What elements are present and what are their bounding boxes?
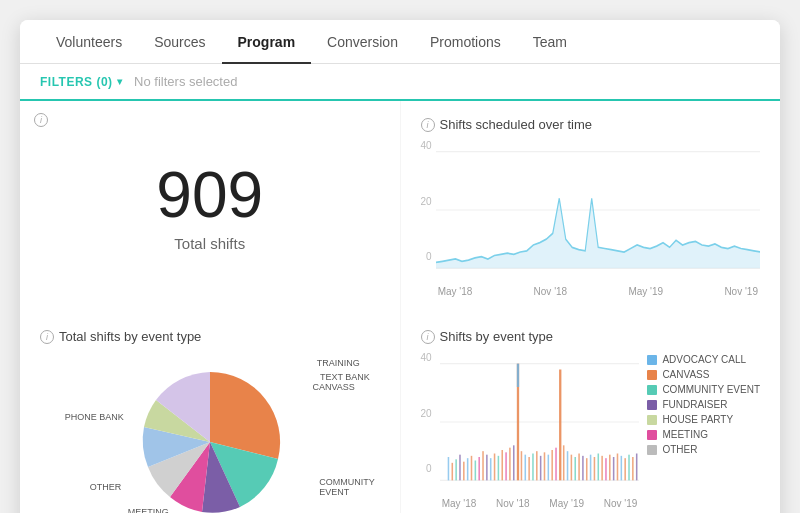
svg-rect-38 <box>566 451 568 480</box>
x-axis-labels-top: May '18 Nov '18 May '19 Nov '19 <box>436 286 760 297</box>
legend-dot-canvass <box>647 370 657 380</box>
svg-rect-10 <box>451 463 453 480</box>
svg-rect-56 <box>636 454 638 481</box>
legend-houseparty: HOUSE PARTY <box>647 414 760 425</box>
svg-rect-25 <box>509 448 511 481</box>
filters-button[interactable]: FILTERS (0) ▾ <box>40 75 122 89</box>
svg-rect-36 <box>555 448 557 481</box>
y-axis-20: 20 <box>421 196 432 207</box>
legend-dot-meeting <box>647 430 657 440</box>
svg-rect-48 <box>605 458 607 480</box>
legend-label-advocacy: ADVOCACY CALL <box>662 354 746 365</box>
tab-team[interactable]: Team <box>517 20 583 64</box>
main-window: Volunteers Sources Program Conversion Pr… <box>20 20 780 513</box>
pie-label-training: TRAINING <box>317 358 360 368</box>
line-chart-svg <box>436 140 760 280</box>
pie-label-textbank: TEXT BANK <box>320 372 370 382</box>
svg-rect-18 <box>482 451 484 480</box>
svg-rect-24 <box>505 452 507 480</box>
pie-svg <box>130 362 290 513</box>
y-axis-40: 40 <box>421 140 432 151</box>
svg-rect-51 <box>616 454 618 481</box>
svg-rect-11 <box>455 459 457 480</box>
pie-label-phonebank: PHONE BANK <box>65 412 124 422</box>
svg-rect-47 <box>601 456 603 480</box>
legend-community: COMMUNITY EVENT <box>647 384 760 395</box>
svg-rect-31 <box>536 451 538 480</box>
bar-x-axis-labels: May '18 Nov '18 May '19 Nov '19 <box>440 498 640 509</box>
tab-bar: Volunteers Sources Program Conversion Pr… <box>20 20 780 64</box>
svg-rect-53 <box>624 458 626 480</box>
svg-rect-21 <box>493 454 495 481</box>
tab-sources[interactable]: Sources <box>138 20 221 64</box>
legend-dot-community <box>647 385 657 395</box>
pie-label-meeting: MEETING <box>128 507 169 513</box>
pie-chart-card: i Total shifts by event type <box>20 313 400 513</box>
legend-label-other: OTHER <box>662 444 697 455</box>
svg-rect-39 <box>570 455 572 481</box>
legend-label-canvass: CANVASS <box>662 369 709 380</box>
x-label-may18: May '18 <box>438 286 473 297</box>
legend-dot-fundraiser <box>647 400 657 410</box>
shifts-over-time-title: i Shifts scheduled over time <box>421 117 761 132</box>
x-label-may19: May '19 <box>628 286 663 297</box>
svg-rect-55 <box>632 457 634 480</box>
pie-chart-title: i Total shifts by event type <box>40 329 380 344</box>
svg-rect-26 <box>513 445 515 480</box>
legend-meeting: MEETING <box>647 429 760 440</box>
filters-label: FILTERS (0) <box>40 75 113 89</box>
svg-rect-8 <box>559 370 561 481</box>
svg-rect-9 <box>447 457 449 480</box>
legend-label-houseparty: HOUSE PARTY <box>662 414 733 425</box>
bar-x-nov18: Nov '18 <box>496 498 530 509</box>
bar-chart-title: i Shifts by event type <box>421 329 761 344</box>
svg-rect-15 <box>470 456 472 480</box>
svg-rect-29 <box>528 457 530 480</box>
svg-rect-19 <box>486 455 488 481</box>
x-label-nov19: Nov '19 <box>724 286 758 297</box>
bar-x-may19: May '19 <box>549 498 584 509</box>
tab-program[interactable]: Program <box>222 20 312 64</box>
svg-rect-35 <box>551 450 553 480</box>
svg-rect-30 <box>532 454 534 481</box>
tab-volunteers[interactable]: Volunteers <box>40 20 138 64</box>
tab-promotions[interactable]: Promotions <box>414 20 517 64</box>
svg-rect-45 <box>593 457 595 480</box>
pie-label-canvass: CANVASS <box>312 382 354 392</box>
info-icon-total: i <box>34 113 48 127</box>
bar-chart-svg <box>440 352 640 492</box>
svg-rect-37 <box>563 445 565 480</box>
pie-label-other: OTHER <box>90 482 122 492</box>
info-icon-pie: i <box>40 330 54 344</box>
x-label-nov18: Nov '18 <box>534 286 568 297</box>
svg-rect-16 <box>474 461 476 481</box>
svg-rect-22 <box>497 456 499 480</box>
filters-bar: FILTERS (0) ▾ No filters selected <box>20 64 780 101</box>
svg-rect-40 <box>574 457 576 480</box>
legend-fundraiser: FUNDRAISER <box>647 399 760 410</box>
svg-rect-14 <box>467 458 469 480</box>
bar-y-20: 20 <box>421 408 432 419</box>
top-row: i 909 Total shifts i Shifts scheduled ov… <box>20 101 780 313</box>
chevron-down-icon: ▾ <box>117 76 123 87</box>
svg-rect-17 <box>478 457 480 480</box>
info-icon-bar: i <box>421 330 435 344</box>
legend-canvass: CANVASS <box>647 369 760 380</box>
tab-conversion[interactable]: Conversion <box>311 20 414 64</box>
svg-rect-52 <box>620 456 622 480</box>
info-icon-shifts: i <box>421 118 435 132</box>
svg-rect-46 <box>597 454 599 481</box>
shifts-over-time-card: i Shifts scheduled over time 40 20 0 <box>401 101 781 313</box>
svg-rect-49 <box>609 455 611 481</box>
no-filters-text: No filters selected <box>134 74 237 89</box>
svg-rect-27 <box>520 451 522 480</box>
svg-rect-12 <box>459 455 461 481</box>
svg-rect-43 <box>586 458 588 480</box>
svg-rect-23 <box>501 450 503 480</box>
legend-other: OTHER <box>647 444 760 455</box>
bar-x-may18: May '18 <box>442 498 477 509</box>
bottom-row: i Total shifts by event type <box>20 313 780 513</box>
total-shifts-label: Total shifts <box>174 235 245 252</box>
bar-y-40: 40 <box>421 352 432 363</box>
svg-rect-20 <box>490 458 492 480</box>
